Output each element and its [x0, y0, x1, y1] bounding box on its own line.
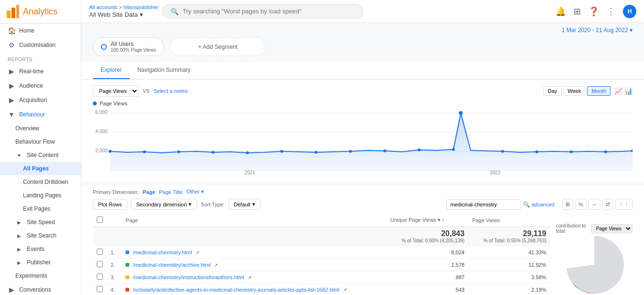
sidebar-item-audience[interactable]: ▶ Audience	[0, 79, 81, 93]
sidebar-item-publisher[interactable]: ▶ Publisher	[0, 256, 81, 269]
tab-navigation-summary[interactable]: Navigation Summary	[130, 62, 198, 79]
sidebar-item-site-search-label: Site Search	[27, 232, 56, 239]
filter-search-icon[interactable]: 🔍	[523, 201, 530, 208]
line-chart-icon[interactable]: 📈	[614, 87, 622, 95]
table-view-pivot-button[interactable]: ⇄	[602, 199, 613, 210]
advanced-link[interactable]: advanced	[532, 202, 555, 207]
time-btn-day[interactable]: Day	[543, 86, 562, 96]
table-row: 2. /medicinal-chemistry/archive.html ↗ 1…	[93, 259, 550, 271]
sidebar-item-content-drilldown[interactable]: Content Drilldown	[0, 175, 81, 189]
page-link-2[interactable]: /medicinal-chemistry/instructionsforauth…	[133, 274, 244, 280]
page-link-1[interactable]: /medicinal-chemistry/archive.html	[133, 262, 211, 268]
tab-explorer[interactable]: Explorer	[93, 62, 130, 79]
row-checkbox-3[interactable]	[97, 286, 103, 292]
plot-rows-button[interactable]: Plot Rows	[93, 199, 127, 210]
row-unique-pv-3: 543	[386, 284, 468, 295]
property-dropdown-icon: ▾	[140, 11, 143, 18]
sidebar-item-exit-pages-label: Exit Pages	[23, 205, 50, 212]
row-pct-0: 41.33%	[468, 246, 550, 259]
chart-legend: Page Views	[93, 101, 633, 106]
legend-label: Page Views	[100, 101, 127, 106]
ext-link-icon-2[interactable]: ↗	[248, 275, 251, 280]
contribution-select[interactable]: Page Views	[591, 224, 633, 233]
sidebar-item-exit-pages[interactable]: Exit Pages	[0, 202, 81, 216]
sort-arrow-icon: ↕	[442, 217, 444, 223]
dim-option-page-title[interactable]: Page Title	[159, 189, 182, 195]
th-page-views: Page Views	[468, 214, 550, 227]
sidebar-item-behaviour[interactable]: ▼ Behaviour	[0, 107, 81, 122]
sidebar-item-overview[interactable]: Overview	[0, 122, 81, 135]
row-checkbox-2[interactable]	[97, 273, 103, 280]
sidebar-item-site-speed[interactable]: ▶ Site Speed	[0, 216, 81, 229]
sidebar-item-realtime[interactable]: ▶ Real-time	[0, 64, 81, 79]
page-link-3[interactable]: /scholarly/antiinfective-agents-in-medic…	[133, 287, 339, 293]
help-icon[interactable]: ❓	[588, 6, 599, 17]
breadcrumb-all-accounts[interactable]: All accounts	[89, 4, 117, 10]
sidebar-item-experiments[interactable]: Experiments	[0, 269, 81, 283]
chart-view-icons: 📈 📊	[614, 87, 633, 95]
sidebar-item-home[interactable]: 🏠 Home	[0, 23, 81, 38]
more-options-icon[interactable]: ⋮	[607, 6, 615, 17]
sidebar-item-content-drilldown-label: Content Drilldown	[23, 179, 68, 185]
property-name: All Web Site Data	[89, 11, 138, 18]
tab-navigation-summary-label: Navigation Summary	[137, 67, 191, 73]
pie-panel: contribution to total: Page Views	[556, 214, 633, 295]
page-color-indicator-3	[125, 288, 129, 292]
ext-link-icon-1[interactable]: ↗	[214, 262, 218, 268]
breadcrumb-account[interactable]: hilarispublisher	[124, 4, 158, 10]
select-all-checkbox[interactable]	[97, 216, 103, 223]
sidebar-item-acquisition[interactable]: ▶ Acquisition	[0, 93, 81, 107]
table-view-percent-button[interactable]: %	[575, 199, 587, 210]
page-link-0[interactable]: /medicinal-chemistry.html	[133, 250, 192, 255]
table-view-comparison-button[interactable]: ↔	[588, 199, 600, 210]
all-users-segment: All Users 100.00% Page Views	[93, 37, 164, 56]
sidebar-item-events[interactable]: ▶ Events	[0, 242, 81, 256]
row-checkbox-0[interactable]	[97, 249, 103, 255]
sidebar-item-landing-pages[interactable]: Landing Pages	[0, 189, 81, 202]
row-pct-2: 3.58%	[468, 271, 550, 284]
avatar[interactable]: H	[623, 5, 636, 18]
sidebar-item-events-label: Events	[27, 246, 45, 252]
dim-option-page[interactable]: Page	[143, 189, 155, 195]
tab-explorer-label: Explorer	[101, 67, 122, 73]
sidebar-item-all-pages[interactable]: All Pages	[0, 162, 81, 175]
ext-link-icon-0[interactable]: ↗	[195, 250, 199, 255]
sidebar-item-customisation[interactable]: ⚙ Customisation	[0, 38, 81, 52]
table-view-grid-button[interactable]: ⊞	[562, 199, 573, 210]
select-metric-link[interactable]: Select a metric	[154, 88, 189, 94]
sidebar-item-all-pages-label: All Pages	[23, 165, 49, 172]
segment-name: All Users	[111, 41, 156, 47]
sidebar-item-conversions[interactable]: ▶ Conversions	[0, 283, 81, 295]
filter-input[interactable]	[446, 199, 521, 210]
sidebar-item-site-content[interactable]: ▼ Site Content	[0, 148, 81, 162]
sidebar-item-behaviour-flow[interactable]: Behaviour Flow	[0, 135, 81, 148]
home-icon: 🏠	[8, 27, 15, 34]
table-row: 1. /medicinal-chemistry.html ↗ 8,024 41.…	[93, 246, 550, 259]
svg-text:2022: 2022	[490, 170, 501, 175]
row-checkbox-1[interactable]	[97, 261, 103, 267]
time-btn-month[interactable]: Month	[587, 86, 610, 96]
chart-section: Page Views VS Select a metric Day Week M…	[81, 79, 644, 181]
sidebar-item-site-search[interactable]: ▶ Site Search	[0, 229, 81, 242]
search-input[interactable]	[182, 8, 355, 15]
bar-chart-icon[interactable]: 📊	[624, 87, 633, 95]
dim-option-other[interactable]: Other ▾	[186, 189, 204, 195]
time-btn-week[interactable]: Week	[564, 86, 586, 96]
notifications-icon[interactable]: 🔔	[555, 6, 566, 17]
secondary-dimension-button[interactable]: Secondary dimension ▾	[131, 199, 197, 210]
add-segment-button[interactable]: + Add Segment	[170, 37, 266, 56]
property-selector[interactable]: All Web Site Data ▾	[89, 11, 158, 18]
svg-point-20	[349, 150, 352, 153]
table-view-more-button[interactable]: ⋮⋮	[615, 199, 633, 210]
ext-link-icon-3[interactable]: ↗	[343, 287, 347, 293]
date-range[interactable]: 1 Mar 2020 - 21 Aug 2022 ▾	[81, 23, 644, 37]
sort-type-button[interactable]: Default ▾	[228, 199, 260, 210]
report-tabs: Explorer Navigation Summary	[81, 62, 644, 79]
th-unique-page-views[interactable]: Unique Page Views ▾ ↕	[386, 214, 468, 227]
page-color-indicator-0	[125, 250, 129, 254]
metric-dropdown[interactable]: Page Views	[93, 85, 139, 97]
global-search-box[interactable]: 🔍	[162, 4, 363, 19]
svg-point-19	[315, 151, 317, 154]
apps-icon[interactable]: ⊞	[574, 6, 581, 17]
chart-svg: 6,000 4,000 2,000 2021 2022	[93, 108, 633, 175]
